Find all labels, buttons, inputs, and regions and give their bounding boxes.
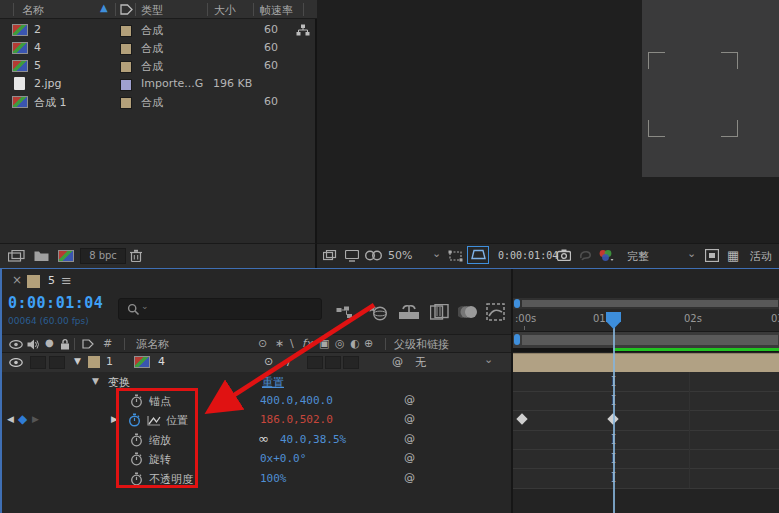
renderer-3d-icon[interactable] [366, 303, 388, 321]
snapshot-stack-icon[interactable] [323, 250, 337, 262]
sort-ascending-icon[interactable]: ▲ [100, 2, 108, 13]
cube-3d-switch-icon[interactable]: ⊕ [364, 337, 373, 350]
property-row-rotation[interactable]: 旋转 0x+0.0° @ [2, 449, 512, 468]
next-keyframe-icon[interactable]: ▶ [32, 414, 39, 424]
composition-viewer[interactable] [642, 0, 779, 177]
label-color-swatch[interactable] [120, 43, 132, 55]
quality-slash-icon[interactable]: \ [290, 337, 294, 350]
switch-box[interactable] [30, 356, 46, 369]
mask-switch-icon[interactable]: ▣ [319, 337, 329, 350]
timeline-scrollbar[interactable] [513, 298, 779, 309]
magnification-dropdown[interactable]: 50% ⌄ [386, 247, 444, 264]
prev-keyframe-icon[interactable]: ◀ [7, 414, 14, 424]
channel-rgb-icon[interactable] [598, 249, 614, 262]
project-row[interactable]: 4 合成 60 [0, 39, 317, 57]
transform-group-row[interactable]: ▼ 变换 重置 [2, 372, 512, 391]
twirl-down-icon[interactable]: ▼ [74, 356, 81, 366]
best-quality-icon[interactable]: / [287, 355, 291, 368]
comp-timecode[interactable]: 0:00:01:04 [498, 250, 558, 261]
scrollbar-blue-cap[interactable] [514, 299, 520, 308]
layer-row[interactable]: ▼ 1 4 ⊙ / @ 无 ⌄ [2, 353, 512, 372]
timeline-search-input[interactable]: ⌄ [118, 298, 322, 320]
layer-label-swatch[interactable] [88, 356, 100, 368]
link-dimensions-icon[interactable]: ∞ [258, 431, 269, 446]
keyframe-here-icon[interactable]: ◆ [18, 412, 27, 426]
pick-whip-icon[interactable]: @ [404, 432, 415, 445]
view-layout-value[interactable]: 活动 [750, 249, 772, 264]
scrollbar-thumb[interactable] [522, 300, 778, 307]
fx-switch-icon[interactable]: fx [302, 337, 312, 350]
solo-column-icon[interactable]: ● [45, 337, 54, 348]
tag-column-icon[interactable] [120, 4, 133, 15]
property-value[interactable]: 100% [260, 472, 287, 485]
work-area-bar[interactable] [513, 332, 779, 348]
current-timecode[interactable]: 0:00:01:04 [8, 294, 103, 312]
label-color-swatch[interactable] [120, 97, 132, 109]
region-of-interest-icon[interactable] [448, 250, 463, 262]
timeline-tab[interactable]: × 5 ≡ [4, 271, 114, 293]
pick-whip-icon[interactable]: @ [404, 412, 415, 425]
property-value[interactable]: 400.0,400.0 [260, 394, 333, 407]
comp-mini-flowchart-icon[interactable] [336, 306, 356, 320]
stereo-3d-view-icon[interactable] [365, 250, 382, 261]
lock-column-icon[interactable] [60, 338, 70, 350]
graph-editor-icon[interactable] [486, 303, 505, 321]
number-column-header[interactable]: # [103, 337, 112, 350]
source-name-column[interactable]: 源名称 [136, 337, 169, 352]
switch-box[interactable] [343, 356, 359, 369]
eye-icon[interactable] [9, 358, 23, 367]
work-area-thumb[interactable] [522, 335, 778, 345]
project-row[interactable]: 2.jpg Importe...G 196 KB [0, 75, 317, 93]
quality-switch-icon[interactable]: ⊙ [258, 337, 267, 350]
property-row-scale[interactable]: 缩放 ∞ 40.0,38.5% @ [2, 430, 512, 449]
label-color-swatch[interactable] [120, 79, 132, 91]
property-row-position[interactable]: ◀ ◆ ▶ ▶ 位置 186.0,502.0 @ [2, 410, 512, 430]
panel-menu-icon[interactable]: ≡ [61, 273, 72, 288]
parent-pick-whip-icon[interactable]: @ [392, 355, 403, 368]
switch-box[interactable] [325, 356, 341, 369]
tag-column-icon[interactable] [82, 339, 94, 349]
property-value[interactable]: 40.0,38.5% [280, 433, 346, 446]
trash-icon[interactable] [130, 249, 142, 262]
interpret-footage-icon[interactable] [8, 250, 26, 262]
pick-whip-icon[interactable]: @ [404, 451, 415, 464]
project-row[interactable]: 2 合成 60 [0, 21, 317, 39]
motion-blur-icon[interactable] [458, 305, 478, 319]
time-ruler[interactable]: :00s 01s 02s 03 [513, 309, 779, 332]
parent-dropdown[interactable]: 无 ⌄ [412, 354, 500, 370]
project-row[interactable]: 合成 1 合成 60 [0, 93, 317, 111]
parent-link-column[interactable]: 父级和链接 [394, 337, 449, 352]
twirl-down-icon[interactable]: ▼ [92, 376, 99, 386]
switch-box[interactable] [307, 356, 323, 369]
property-value[interactable]: 186.0,502.0 [260, 413, 333, 426]
property-value[interactable]: 0x+0.0° [260, 452, 306, 465]
column-size[interactable]: 大小 [214, 3, 236, 18]
frame-blending-icon[interactable] [430, 304, 449, 320]
transparency-grid-icon[interactable]: ▦ [727, 248, 739, 263]
draft-3d-icon[interactable] [398, 305, 420, 320]
transform-reset-link[interactable]: 重置 [262, 375, 284, 390]
fast-previews-icon[interactable] [705, 249, 719, 262]
collapse-switch-icon[interactable]: ∗ [275, 337, 284, 350]
column-name[interactable]: 名称 [22, 3, 44, 18]
pick-whip-icon[interactable]: @ [404, 471, 415, 484]
work-area-blue-cap[interactable] [514, 334, 520, 345]
audio-column-icon[interactable] [27, 339, 39, 350]
playhead-line[interactable] [613, 313, 615, 513]
eye-column-icon[interactable] [9, 340, 23, 349]
project-row[interactable]: 5 合成 60 [0, 57, 317, 75]
property-row-anchor[interactable]: 锚点 400.0,400.0 @ [2, 391, 512, 410]
pick-whip-icon[interactable]: @ [404, 393, 415, 406]
new-folder-icon[interactable] [34, 250, 49, 262]
column-fps[interactable]: 帧速率 [260, 3, 293, 18]
screen-preview-icon[interactable] [345, 250, 359, 262]
toggle-mask-visibility-button[interactable] [467, 246, 489, 264]
adjustment-switch-icon[interactable]: ◐ [350, 337, 360, 350]
switch-box[interactable] [49, 356, 65, 369]
snapshot-camera-icon[interactable] [557, 249, 571, 261]
property-row-opacity[interactable]: 不透明度 100% @ [2, 468, 512, 488]
label-color-swatch[interactable] [120, 61, 132, 73]
label-color-swatch[interactable] [120, 25, 132, 37]
show-snapshot-icon[interactable] [579, 249, 592, 261]
resolution-dropdown[interactable]: 完整 ⌄ [623, 247, 699, 264]
